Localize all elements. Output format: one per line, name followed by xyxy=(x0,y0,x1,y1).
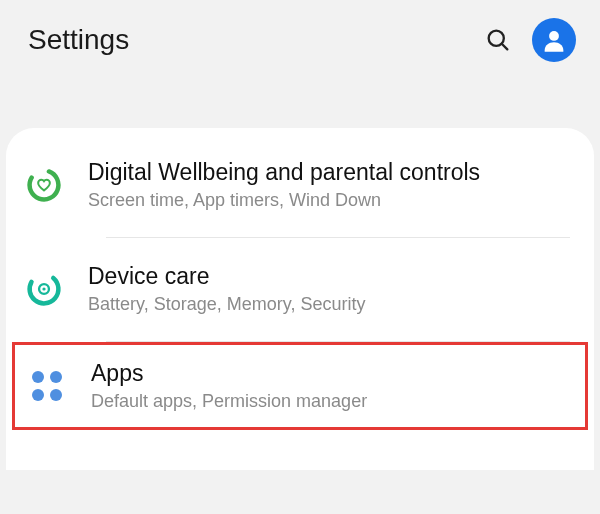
person-icon xyxy=(540,26,568,54)
search-button[interactable] xyxy=(476,18,520,62)
settings-item-digital-wellbeing[interactable]: Digital Wellbeing and parental controls … xyxy=(6,134,594,237)
settings-item-device-care[interactable]: Device care Battery, Storage, Memory, Se… xyxy=(6,238,594,341)
apps-icon xyxy=(27,366,67,406)
device-care-icon xyxy=(24,269,64,309)
account-avatar[interactable] xyxy=(532,18,576,62)
settings-item-text: Apps Default apps, Permission manager xyxy=(91,359,569,414)
settings-item-title: Digital Wellbeing and parental controls xyxy=(88,158,572,187)
svg-point-2 xyxy=(549,31,559,41)
settings-item-subtitle: Screen time, App timers, Wind Down xyxy=(88,189,572,212)
svg-line-1 xyxy=(502,44,508,50)
svg-point-6 xyxy=(42,288,45,291)
search-icon xyxy=(484,26,512,54)
settings-item-text: Device care Battery, Storage, Memory, Se… xyxy=(88,262,572,317)
highlighted-item: Apps Default apps, Permission manager xyxy=(12,342,588,431)
wellbeing-icon xyxy=(24,165,64,205)
settings-item-apps[interactable]: Apps Default apps, Permission manager xyxy=(27,359,569,414)
settings-item-title: Device care xyxy=(88,262,572,291)
settings-item-text: Digital Wellbeing and parental controls … xyxy=(88,158,572,213)
page-title: Settings xyxy=(28,24,464,56)
settings-list: Digital Wellbeing and parental controls … xyxy=(6,128,594,470)
settings-item-title: Apps xyxy=(91,359,569,388)
settings-header: Settings xyxy=(0,0,600,80)
settings-item-subtitle: Default apps, Permission manager xyxy=(91,390,569,413)
settings-item-subtitle: Battery, Storage, Memory, Security xyxy=(88,293,572,316)
svg-point-3 xyxy=(26,167,62,203)
